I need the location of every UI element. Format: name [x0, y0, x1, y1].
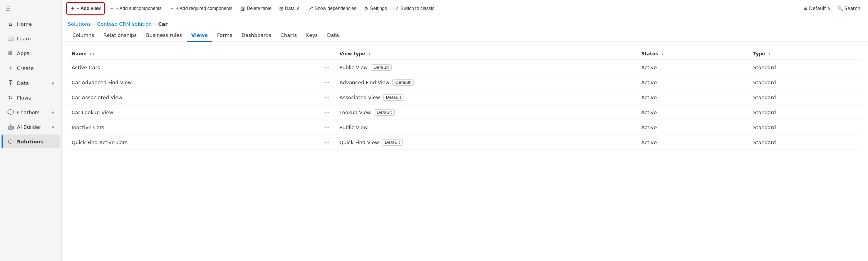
cell-view-type: Associated ViewDefault — [336, 90, 638, 105]
table-row: Car Advanced Find View···Advanced Find V… — [68, 75, 862, 90]
sidebar-item-label: Solutions — [17, 139, 44, 145]
default-badge: Default — [374, 109, 395, 116]
default-badge: Default — [383, 94, 404, 101]
show-dependencies-button[interactable]: ⎇ Show dependencies — [304, 4, 359, 13]
cell-name: Quick Find Active Cars — [68, 135, 319, 150]
cell-type: Standard — [749, 135, 862, 150]
tab-forms[interactable]: Forms — [212, 29, 237, 42]
cell-type: Standard — [749, 90, 862, 105]
breadcrumb-sep: › — [154, 22, 156, 27]
delete-icon: 🗑 — [240, 6, 245, 12]
sidebar-item-label: Learn — [17, 36, 31, 42]
hamburger-icon[interactable]: ☰ — [0, 2, 61, 17]
data-icon: 🗄 — [7, 80, 14, 86]
sidebar-item-chatbots[interactable]: 💬 Chatbots ∨ — [2, 105, 60, 119]
cell-dots: ··· — [319, 60, 336, 75]
more-options-button[interactable]: ··· — [323, 123, 332, 131]
sidebar-item-data[interactable]: 🗄 Data ∨ — [2, 76, 60, 90]
cell-view-type: Advanced Find ViewDefault — [336, 75, 638, 90]
breadcrumb: Solutions › Contoso CRM solution › Car — [62, 17, 868, 29]
cell-dots: ··· — [319, 90, 336, 105]
list-icon: ≡ — [804, 6, 808, 11]
table-row: Active Cars···Public ViewDefaultActiveSt… — [68, 60, 862, 75]
cell-dots: ··· — [319, 135, 336, 150]
sidebar-item-label: Chatbots — [17, 110, 39, 115]
sidebar-item-label: Create — [17, 65, 34, 71]
sidebar-item-solutions[interactable]: ⬡ Solutions — [2, 135, 60, 148]
more-options-button[interactable]: ··· — [323, 138, 332, 146]
breadcrumb-crm-solution[interactable]: Contoso CRM solution — [97, 21, 152, 27]
breadcrumb-current: Car — [158, 21, 168, 27]
sidebar-item-apps[interactable]: ⊞ Apps — [2, 46, 60, 60]
chatbots-icon: 💬 — [7, 109, 14, 115]
sidebar-item-learn[interactable]: 📖 Learn — [2, 32, 60, 45]
create-icon: ＋ — [7, 65, 14, 71]
cell-status: Active — [637, 135, 749, 150]
cell-view-type: Public View — [336, 120, 638, 135]
chevron-down-icon: ∨ — [296, 6, 300, 11]
col-header-name[interactable]: Name ↑↓ — [68, 48, 319, 60]
col-header-status[interactable]: Status ↓ — [637, 48, 749, 60]
cell-view-type: Lookup ViewDefault — [336, 105, 638, 120]
settings-button[interactable]: ⚙ Settings — [361, 4, 390, 13]
default-view-selector[interactable]: ≡ Default ∨ — [804, 6, 831, 11]
views-table: Name ↑↓ View type ↓ Status ↓ Type ↓ — [68, 48, 862, 150]
sidebar-item-flows[interactable]: ↻ Flows — [2, 91, 60, 105]
toolbar-right: ≡ Default ∨ 🔍 Search — [804, 4, 863, 13]
search-button[interactable]: 🔍 Search — [834, 4, 863, 13]
tab-data[interactable]: Data — [322, 29, 344, 42]
tab-views[interactable]: Views — [187, 29, 213, 42]
more-options-button[interactable]: ··· — [323, 63, 332, 71]
plus-icon: ＋ — [109, 5, 114, 12]
tab-business-rules[interactable]: Business rules — [141, 29, 186, 42]
col-header-type[interactable]: Type ↓ — [749, 48, 862, 60]
chevron-down-icon: ∨ — [52, 81, 54, 85]
cell-name: Car Lookup View — [68, 105, 319, 120]
learn-icon: 📖 — [7, 35, 14, 42]
chevron-down-icon: ∨ — [52, 110, 54, 115]
search-icon: 🔍 — [837, 6, 843, 11]
data-button[interactable]: ⊞ Data ∨ — [276, 4, 303, 13]
delete-table-button[interactable]: 🗑 Delete table — [237, 4, 275, 13]
sort-icon: ↓ — [768, 52, 771, 56]
add-required-button[interactable]: ＋ + Add required components — [166, 3, 236, 14]
data-icon: ⊞ — [279, 6, 283, 12]
sort-icon: ↓ — [368, 52, 371, 56]
ai-builder-icon: 🤖 — [7, 124, 14, 130]
cell-status: Active — [637, 75, 749, 90]
table-row: Car Associated View···Associated ViewDef… — [68, 90, 862, 105]
sidebar-item-home[interactable]: ⌂ Home — [2, 17, 60, 31]
col-header-dots — [319, 48, 336, 60]
cell-status: Active — [637, 90, 749, 105]
switch-classic-button[interactable]: ↗ Switch to classic — [392, 4, 437, 13]
plus-icon: ＋ — [169, 5, 174, 12]
default-badge: Default — [392, 79, 413, 86]
sort-icon: ↑↓ — [89, 52, 95, 56]
tab-keys[interactable]: Keys — [302, 29, 322, 42]
tab-columns[interactable]: Columns — [68, 29, 99, 42]
table-row: Car Lookup View···Lookup ViewDefaultActi… — [68, 105, 862, 120]
col-header-view-type[interactable]: View type ↓ — [336, 48, 638, 60]
more-options-button[interactable]: ··· — [323, 108, 332, 116]
cell-name: Active Cars — [68, 60, 319, 75]
cell-dots: ··· — [319, 105, 336, 120]
tab-charts[interactable]: Charts — [276, 29, 302, 42]
more-options-button[interactable]: ··· — [323, 93, 332, 101]
tab-dashboards[interactable]: Dashboards — [237, 29, 276, 42]
more-options-button[interactable]: ··· — [323, 78, 332, 86]
add-subcomponents-button[interactable]: ＋ + Add subcomponents — [106, 3, 165, 14]
cell-type: Standard — [749, 60, 862, 75]
flows-icon: ↻ — [7, 95, 14, 101]
cell-type: Standard — [749, 75, 862, 90]
cell-dots: ··· — [319, 75, 336, 90]
cell-view-type: Public ViewDefault — [336, 60, 638, 75]
dependencies-icon: ⎇ — [307, 6, 313, 12]
tab-relationships[interactable]: Relationships — [99, 29, 142, 42]
breadcrumb-solutions[interactable]: Solutions — [68, 21, 91, 27]
sidebar-item-create[interactable]: ＋ Create — [2, 61, 60, 75]
plus-icon: ＋ — [70, 5, 75, 12]
sidebar-item-ai-builder[interactable]: 🤖 AI Builder ∨ — [2, 120, 60, 134]
add-view-button[interactable]: ＋ + Add view — [66, 2, 105, 15]
cell-view-type: Quick Find ViewDefault — [336, 135, 638, 150]
main-content: ＋ + Add view ＋ + Add subcomponents ＋ + A… — [62, 0, 868, 261]
